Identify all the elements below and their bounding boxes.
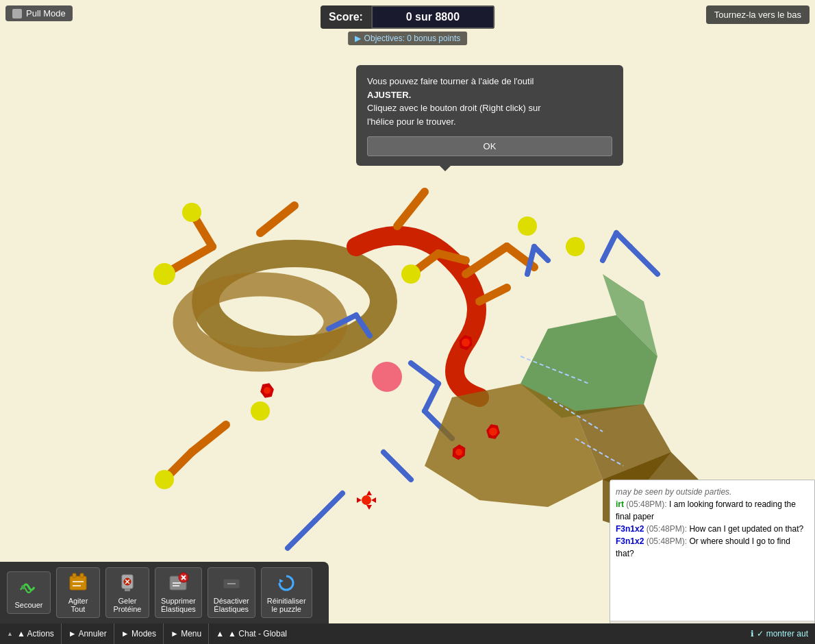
game-viewport: Pull Mode Score: 0 sur 8800 ▶ Objectives… xyxy=(0,0,815,644)
chat-status-section[interactable]: ▲ ▲ Chat - Global xyxy=(209,623,744,644)
tooltip-dialog: Vous pouvez faire tourner à l'aide de l'… xyxy=(356,65,623,166)
mode-icon xyxy=(12,9,22,18)
svg-point-44 xyxy=(362,495,371,505)
show-aut-section[interactable]: ℹ ✓ montrer aut xyxy=(744,623,815,644)
tooltip-line3: Cliquez avec le bouton droit (Right clic… xyxy=(367,103,541,113)
chat-messages[interactable]: may be seen by outside parties. irt (05:… xyxy=(610,480,814,621)
agiter-label: AgiterTout xyxy=(68,597,88,613)
svg-rect-55 xyxy=(73,573,76,578)
modes-label: ► Modes xyxy=(121,629,156,639)
chat-message-1: irt (05:48PM): I am looking forward to r… xyxy=(616,498,809,523)
pull-mode-badge[interactable]: Pull Mode xyxy=(5,5,73,21)
actions-label: ▲ Actions xyxy=(17,629,54,639)
show-aut-label: ✓ montrer aut xyxy=(757,629,808,639)
svg-rect-54 xyxy=(70,576,86,590)
score-container: Score: 0 sur 8800 xyxy=(321,5,494,29)
agiter-tout-button[interactable]: AgiterTout xyxy=(56,567,100,618)
hint-text: Tournez-la vers le bas xyxy=(714,10,801,20)
reinitialiser-button[interactable]: Réinitialiserle puzzle xyxy=(261,567,312,618)
tooltip-text: Vous pouvez faire tourner à l'aide de l'… xyxy=(367,75,612,128)
bottom-toolbar: Secouer AgiterTout xyxy=(0,562,329,623)
geler-icon xyxy=(116,572,138,594)
actions-triangle: ▲ xyxy=(7,630,13,637)
geler-label: GelerProtéine xyxy=(114,597,142,613)
svg-point-53 xyxy=(21,585,25,589)
top-hint: Tournez-la vers le bas xyxy=(706,5,810,24)
chat-message-2: F3n1x2 (05:48PM): How can I get updated … xyxy=(616,523,809,535)
secouer-label: Secouer xyxy=(15,601,43,609)
menu-label: ► Menu xyxy=(171,629,201,639)
svg-point-11 xyxy=(153,263,175,285)
score-label: Score: xyxy=(321,7,371,27)
objectives-text: Objectives: 0 bonus points xyxy=(364,34,461,43)
svg-point-42 xyxy=(455,449,462,456)
reinitialiser-label: Réinitialiserle puzzle xyxy=(267,597,306,613)
menu-section[interactable]: ► Menu xyxy=(164,623,209,644)
desactiver-elastiques-button[interactable]: DésactiverÉlastiques xyxy=(208,567,255,618)
svg-point-41 xyxy=(489,428,497,436)
svg-point-15 xyxy=(518,216,537,236)
chat-message-0: may be seen by outside parties. xyxy=(616,486,809,498)
supprimer-elastiques-button[interactable]: SupprimerÉlastiques xyxy=(155,567,202,618)
objectives-bar[interactable]: ▶ Objectives: 0 bonus points xyxy=(348,32,468,45)
svg-point-14 xyxy=(155,470,174,489)
modes-section[interactable]: ► Modes xyxy=(114,623,164,644)
reinitialiser-icon xyxy=(275,572,297,594)
svg-point-13 xyxy=(251,401,270,421)
score-area: Score: 0 sur 8800 ▶ Objectives: 0 bonus … xyxy=(321,5,494,45)
svg-rect-56 xyxy=(80,573,84,578)
supprimer-label: SupprimerÉlastiques xyxy=(161,597,196,613)
desactiver-icon xyxy=(221,572,242,594)
supprimer-icon xyxy=(167,572,189,594)
score-value: 0 sur 8800 xyxy=(371,5,494,29)
secouer-icon xyxy=(18,576,40,598)
svg-point-40 xyxy=(462,338,470,347)
bottom-bar: ▲ ▲ Actions ► Annuler ► Modes ► Menu ▲ ▲… xyxy=(0,623,815,644)
agiter-icon xyxy=(67,572,89,594)
tooltip-line4: l'hélice pour le trouver. xyxy=(367,116,456,127)
tooltip-line1: Vous pouvez faire tourner à l'aide de l'… xyxy=(367,76,534,86)
chat-label: ▲ Chat - Global xyxy=(228,629,287,639)
annuler-section[interactable]: ► Annuler xyxy=(62,623,114,644)
annuler-label: ► Annuler xyxy=(68,629,107,639)
chat-panel: may be seen by outside parties. irt (05:… xyxy=(610,480,815,644)
svg-point-16 xyxy=(566,237,585,256)
actions-section[interactable]: ▲ ▲ Actions xyxy=(0,623,62,644)
svg-point-45 xyxy=(372,362,402,392)
chat-message-3: F3n1x2 (05:48PM): Or where should I go t… xyxy=(616,535,809,560)
svg-point-52 xyxy=(401,264,421,284)
desactiver-label: DésactiverÉlastiques xyxy=(214,597,249,613)
secouer-button[interactable]: Secouer xyxy=(7,571,51,614)
info-icon: ℹ xyxy=(751,629,754,639)
tooltip-line2: AJUSTER. xyxy=(367,90,411,100)
play-icon: ▶ xyxy=(355,34,361,43)
mode-label: Pull Mode xyxy=(26,8,66,18)
chat-triangle: ▲ xyxy=(216,629,224,639)
svg-point-12 xyxy=(182,203,201,222)
svg-point-43 xyxy=(264,387,271,394)
geler-proteine-button[interactable]: GelerProtéine xyxy=(105,567,149,618)
tooltip-ok-button[interactable]: OK xyxy=(367,136,612,156)
svg-marker-67 xyxy=(279,579,284,583)
